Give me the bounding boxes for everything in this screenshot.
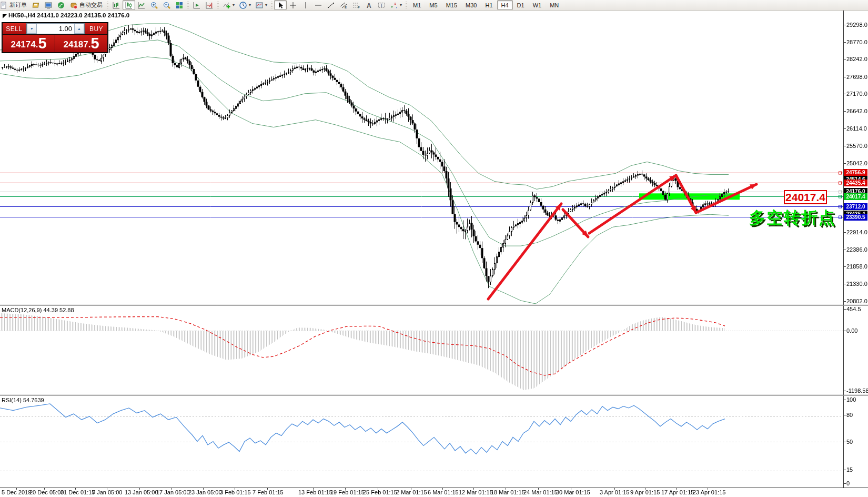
cursor-button[interactable]: [274, 0, 287, 10]
ask-price-big-digit: 5: [90, 36, 99, 51]
time-axis-label: 17 Apr 01:15: [661, 489, 694, 495]
market-watch-button[interactable]: [29, 0, 42, 10]
text-button[interactable]: A: [362, 0, 375, 10]
chart-type-group: [110, 0, 186, 10]
price-level-badge[interactable]: 24756.9: [844, 169, 867, 176]
axis-tick-label: 0.00: [846, 327, 857, 334]
tf-mn[interactable]: MN: [546, 0, 563, 10]
cursor-icon: [276, 1, 285, 9]
vline-icon: [301, 1, 310, 9]
fibonacci-button[interactable]: F: [350, 0, 362, 10]
template-icon: [255, 1, 264, 9]
tf-d1[interactable]: D1: [513, 0, 529, 10]
axis-tick-label: 22914.0: [846, 229, 867, 235]
volume-increase-button[interactable]: ▲: [74, 24, 84, 34]
terminal-button[interactable]: [42, 0, 55, 10]
tf-h1[interactable]: H1: [481, 0, 497, 10]
tf-h4-label: H4: [499, 2, 511, 8]
arrows-button[interactable]: ▾: [388, 0, 404, 10]
macd-label: MACD(12,26,9) 44.39 52.88: [2, 307, 74, 313]
chart-shift-button[interactable]: [203, 0, 216, 10]
turning-point-annotation[interactable]: 多空转折点: [749, 207, 836, 229]
time-axis-label: 30 Mar 01:15: [556, 489, 590, 495]
buy-button[interactable]: BUY: [85, 23, 107, 34]
svg-text:A: A: [367, 2, 371, 9]
new-order-button[interactable]: 新订单: [0, 0, 29, 10]
axis-tick-label: 0: [846, 480, 850, 486]
tf-m1[interactable]: M1: [409, 0, 425, 10]
autoscroll-icon: [193, 1, 201, 9]
line-chart-button[interactable]: [135, 0, 148, 10]
one-click-trade-panel: SELL ▼ 1.00 ▲ BUY 24174.5 24187.5: [2, 22, 108, 53]
axis-tick-label: 25042.0: [846, 160, 867, 166]
ask-price[interactable]: 24187.5: [55, 35, 107, 52]
bar-chart-button[interactable]: [110, 0, 123, 10]
price-chart-canvas[interactable]: [0, 0, 868, 497]
candle-chart-button[interactable]: [123, 0, 135, 10]
chevron-down-icon[interactable]: ▾: [233, 3, 235, 7]
axis-tick-label: 20802.0: [846, 298, 867, 304]
tile-windows-button[interactable]: [173, 0, 186, 10]
chart-title: HK50-,H4 24141.0 24223.0 24135.0 24176.0: [8, 12, 129, 18]
fibo-icon: F: [352, 1, 360, 9]
application-window: 新订单自动交易▾▾▾EFAT▾M1M5M15M30H1H4D1W1MN HK50…: [0, 0, 868, 497]
axis-tick-label: 27698.0: [846, 74, 867, 80]
zoom-out-button[interactable]: [160, 0, 173, 10]
toolbar-group-grip[interactable]: [216, 2, 220, 9]
volume-input[interactable]: 1.00: [37, 24, 74, 34]
tf-d1-label: D1: [515, 2, 527, 8]
periods-button[interactable]: ▾: [237, 0, 253, 10]
tf-m5[interactable]: M5: [425, 0, 441, 10]
shift-icon: [205, 1, 214, 9]
axis-tick-label: -1198.58: [846, 387, 868, 394]
tf-h4[interactable]: H4: [497, 0, 513, 10]
time-axis-label: 13 Jan 05:00: [125, 489, 158, 495]
chevron-down-icon[interactable]: ▾: [265, 3, 267, 7]
time-axis-label: 17 Jan 05:00: [156, 489, 190, 495]
time-axis-label: 12 Mar 01:15: [459, 489, 493, 495]
terminal-icon: [44, 1, 53, 9]
new-order-button-label: 新订单: [9, 1, 27, 9]
volume-decrease-button[interactable]: ▼: [27, 24, 37, 34]
trendline-button[interactable]: [325, 0, 337, 10]
price-annotation-box[interactable]: 24017.4: [784, 190, 827, 204]
autotrading-button-label: 自动交易: [79, 1, 103, 9]
channel-icon: E: [339, 1, 348, 9]
toolbar-group-grip[interactable]: [186, 2, 190, 9]
text-label-button[interactable]: T: [375, 0, 388, 10]
vertical-line-button[interactable]: [299, 0, 312, 10]
crosshair-button[interactable]: [287, 0, 299, 10]
tf-w1[interactable]: W1: [529, 0, 546, 10]
svg-text:T: T: [380, 3, 383, 8]
signals-button[interactable]: [55, 0, 67, 10]
main-toolbar: 新订单自动交易▾▾▾EFAT▾M1M5M15M30H1H4D1W1MN: [0, 0, 868, 11]
zoom-in-button[interactable]: [148, 0, 160, 10]
price-level-badge[interactable]: 24435.4: [844, 180, 867, 186]
svg-text:E: E: [345, 6, 347, 9]
tf-m15[interactable]: M15: [442, 0, 461, 10]
axis-tick-label: 21330.0: [846, 281, 867, 287]
tf-m30[interactable]: M30: [461, 0, 481, 10]
auto-scroll-button[interactable]: [190, 0, 203, 10]
chevron-down-icon[interactable]: ▾: [400, 3, 402, 7]
autotrading-button[interactable]: 自动交易: [67, 0, 105, 10]
axis-tick-label: 100: [846, 396, 856, 403]
bars-icon: [112, 1, 120, 9]
chevron-down-icon[interactable]: ▾: [249, 3, 251, 7]
price-level-badge[interactable]: 24017.4: [844, 193, 867, 200]
indicators-button[interactable]: ▾: [220, 0, 237, 10]
channel-button[interactable]: E: [337, 0, 350, 10]
bid-price[interactable]: 24174.5: [3, 35, 55, 52]
bid-price-big-digit: 5: [38, 36, 46, 51]
toolbar-group-grip[interactable]: [106, 2, 109, 9]
horizontal-line-button[interactable]: [312, 0, 325, 10]
price-level-badge[interactable]: 23390.5: [844, 214, 867, 221]
sell-button[interactable]: SELL: [3, 23, 26, 34]
toolbar-group-grip[interactable]: [270, 2, 274, 9]
toolbar-group-grip[interactable]: [405, 2, 408, 9]
price-level-badge[interactable]: 23712.0: [844, 203, 867, 210]
time-axis-label: 31 Dec 01:15: [60, 489, 95, 495]
templates-button[interactable]: ▾: [253, 0, 269, 10]
axis-tick-label: 454.5: [846, 306, 861, 312]
time-axis-label: 23 Jan 05:00: [188, 489, 222, 495]
